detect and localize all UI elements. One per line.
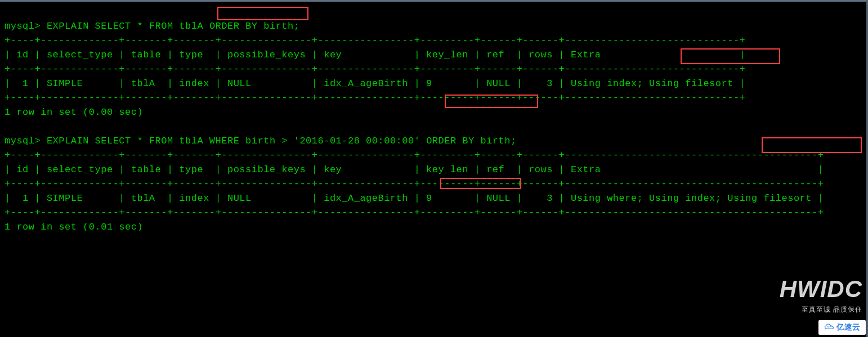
- terminal-output: mysql> EXPLAIN SELECT * FROM tblA ORDER …: [5, 5, 863, 234]
- table-border: +----+-------------+-------+-------+----…: [5, 150, 824, 160]
- highlighted-order-by-2: ORDER BY birth: [426, 136, 511, 146]
- highlighted-order-by-1: ORDER BY birth: [209, 21, 294, 32]
- watermark-slogan: 至真至诚 品质保住: [780, 305, 862, 314]
- sql-text: EXPLAIN SELECT * FROM tblA WHERE birth >…: [47, 136, 426, 146]
- watermark: HWIDC 至真至诚 品质保住: [780, 276, 862, 314]
- result-footer: 1 row in set (0.01 sec): [5, 222, 143, 232]
- table-header-row: | id | select_type | table | type | poss…: [5, 50, 745, 60]
- mysql-prompt: mysql>: [5, 136, 47, 146]
- table-data-row: | 1 | SIMPLE | tblA | index | NULL | idx…: [5, 78, 745, 89]
- result-footer: 1 row in set (0.00 sec): [5, 107, 143, 118]
- table-data-row: | 1 | SIMPLE | tblA | index | NULL | idx…: [5, 193, 824, 204]
- watermark-logo: HWIDC: [780, 276, 862, 303]
- query-line-1: mysql> EXPLAIN SELECT * FROM tblA ORDER …: [5, 21, 299, 32]
- table-border: +----+-------------+-------+-------+----…: [5, 64, 745, 74]
- table-header-row: | id | select_type | table | type | poss…: [5, 164, 824, 175]
- query-line-2: mysql> EXPLAIN SELECT * FROM tblA WHERE …: [5, 136, 517, 146]
- sql-text: ;: [511, 136, 517, 146]
- sql-text: ;: [294, 21, 300, 32]
- sql-text: EXPLAIN SELECT * FROM tblA: [47, 21, 209, 32]
- provider-badge: 亿速云: [818, 320, 866, 335]
- cloud-icon: [824, 322, 834, 332]
- badge-text: 亿速云: [836, 322, 860, 332]
- table-border: +----+-------------+-------+-------+----…: [5, 35, 745, 46]
- window-border-top: [0, 0, 868, 2]
- mysql-prompt: mysql>: [5, 21, 47, 32]
- table-border: +----+-------------+-------+-------+----…: [5, 178, 824, 189]
- table-border: +----+-------------+-------+-------+----…: [5, 207, 824, 218]
- table-border: +----+-------------+-------+-------+----…: [5, 92, 745, 103]
